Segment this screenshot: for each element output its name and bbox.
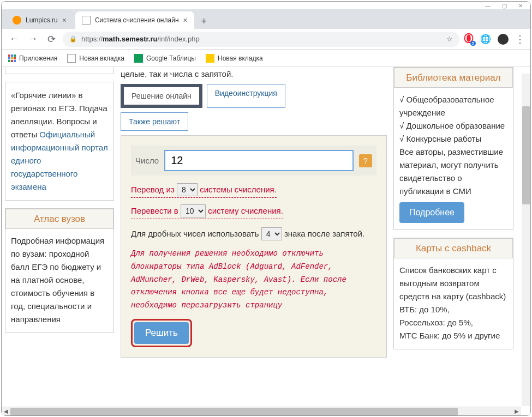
translate-icon[interactable]: 🌐 (480, 34, 491, 44)
close-icon[interactable]: ✕ (515, 2, 526, 9)
scroll-right-icon[interactable]: ▶ (512, 407, 521, 416)
solve-button[interactable]: Решить (134, 322, 189, 344)
sidebar-title: Карты с cashback (394, 238, 513, 258)
tab-title: Система счисления онлайн (95, 16, 179, 24)
sidebar-text: Список банковских карт с выгодным возвра… (399, 264, 507, 303)
solve-panel: Число ? Перевод из 8 системы счисления. … (121, 135, 387, 358)
svg-point-1 (467, 34, 471, 42)
sidebar-text: Подробная информация по вузам: проходной… (11, 236, 104, 324)
browser-tabstrip: Lumpics.ru × Система счисления онлайн × … (2, 9, 530, 29)
scrollbar-thumb[interactable] (10, 408, 458, 415)
fraction-digits-row: Для дробных чисел использовать 4 знака п… (131, 226, 376, 242)
intro-text: целые, так и числа с запятой. (121, 67, 387, 81)
window-titlebar: — ▢ ✕ (2, 2, 530, 9)
sheets-icon (134, 54, 143, 63)
bookmarks-bar: Приложения Новая вкладка Google Таблицы … (2, 50, 530, 67)
browser-toolbar: ← → ⟳ 🔒 https://math.semestr.ru/inf/inde… (2, 29, 530, 50)
url-text: https://math.semestr.ru/inf/index.php (81, 35, 200, 43)
tab-also-solve[interactable]: Также решают (121, 112, 188, 131)
apps-icon (8, 55, 16, 62)
sidebar-box-library: Библиотека материал √ Общеобразовательно… (393, 67, 513, 230)
vertical-scrollbar[interactable] (522, 74, 530, 406)
number-label: Число (135, 156, 159, 165)
number-input[interactable] (164, 150, 354, 171)
list-item: Конкурсные работы (406, 134, 481, 143)
tab-close-icon[interactable]: × (62, 16, 67, 25)
list-item: Россельхоз: до 5%, (399, 316, 507, 329)
tab-video[interactable]: Видеоинструкция (207, 84, 285, 108)
sidebar-title: Библиотека материал (394, 68, 513, 88)
tab-semestr[interactable]: Система счисления онлайн × (75, 11, 194, 29)
sidebar-box-cashback: Карты с cashback Список банковских карт … (393, 238, 513, 349)
help-button[interactable]: ? (359, 154, 372, 167)
scrollbar-thumb[interactable] (522, 106, 530, 204)
bookmark-label: Новая вкладка (79, 55, 124, 62)
to-base-select[interactable]: 10 (181, 204, 206, 217)
extension-opera-icon[interactable]: 5 (464, 33, 474, 45)
fraction-digits-select[interactable]: 4 (261, 227, 282, 240)
favicon-semestr-icon (82, 16, 91, 25)
horizontal-scrollbar[interactable]: ◀ ▶ (2, 407, 521, 415)
list-item: ВТБ: до 10%, (399, 303, 507, 316)
minimize-icon[interactable]: — (482, 2, 493, 9)
from-base-select[interactable]: 8 (177, 183, 198, 196)
list-item: МТС Банк: до 5% и другие (399, 329, 507, 342)
menu-button[interactable]: ⋮ (515, 33, 525, 45)
new-tab-button[interactable]: + (196, 14, 212, 29)
forward-button[interactable]: → (26, 32, 40, 46)
address-bar[interactable]: 🔒 https://math.semestr.ru/inf/index.php … (63, 32, 459, 47)
page-content: «Горячие линии» в регионах по ЕГЭ. Подач… (2, 67, 530, 400)
lock-icon: 🔒 (69, 35, 77, 43)
tab-lumpics[interactable]: Lumpics.ru × (6, 11, 73, 29)
more-button[interactable]: Подробнее (399, 202, 464, 223)
reload-button[interactable]: ⟳ (44, 32, 58, 46)
bookmark-newtab2[interactable]: Новая вкладка (206, 54, 263, 63)
maximize-icon[interactable]: ▢ (499, 2, 510, 9)
star-icon[interactable]: ☆ (446, 35, 453, 43)
tab-solve-online[interactable]: Решение онлайн (121, 84, 202, 108)
sidebar-box-atlas: Атлас вузов Подробная информация по вуза… (5, 208, 114, 333)
yandex-icon (206, 54, 214, 63)
convert-to-row: Перевести в 10 систему счисления. (131, 204, 283, 219)
list-item: Общеобразовательное учреждение (399, 95, 494, 117)
convert-from-row: Перевод из 8 системы счисления. (131, 183, 277, 198)
bookmark-sheets[interactable]: Google Таблицы (134, 54, 196, 63)
sidebar-box-ege: «Горячие линии» в регионах по ЕГЭ. Подач… (5, 82, 114, 201)
list-item: Дошкольное образование (406, 121, 505, 130)
solve-button-highlight: Решить (131, 319, 192, 347)
favicon-lumpics-icon (13, 16, 21, 25)
profile-avatar[interactable] (498, 34, 509, 45)
extension-badge: 5 (470, 41, 476, 46)
page-icon (67, 54, 76, 63)
sidebar-text: Все авторы, разместившие материал, могут… (399, 146, 507, 198)
sidebar-title: Атлас вузов (5, 209, 113, 229)
back-button[interactable]: ← (7, 32, 21, 46)
bookmark-apps[interactable]: Приложения (8, 55, 57, 62)
tab-title: Lumpics.ru (26, 16, 58, 24)
bookmark-newtab[interactable]: Новая вкладка (67, 54, 124, 63)
bookmark-label: Приложения (19, 55, 57, 62)
adblock-warning: Для получения решения необходимо отключи… (131, 247, 376, 312)
bookmark-label: Google Таблицы (146, 55, 196, 62)
bookmark-label: Новая вкладка (218, 55, 263, 62)
tab-close-icon[interactable]: × (183, 16, 188, 25)
scroll-left-icon[interactable]: ◀ (2, 407, 10, 416)
